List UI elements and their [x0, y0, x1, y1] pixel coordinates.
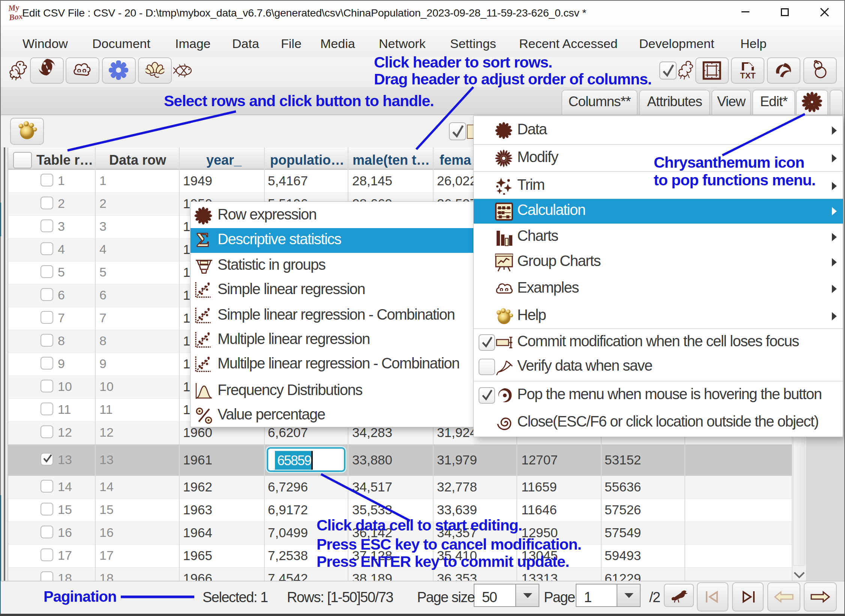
- svg-text:TXT: TXT: [740, 71, 756, 80]
